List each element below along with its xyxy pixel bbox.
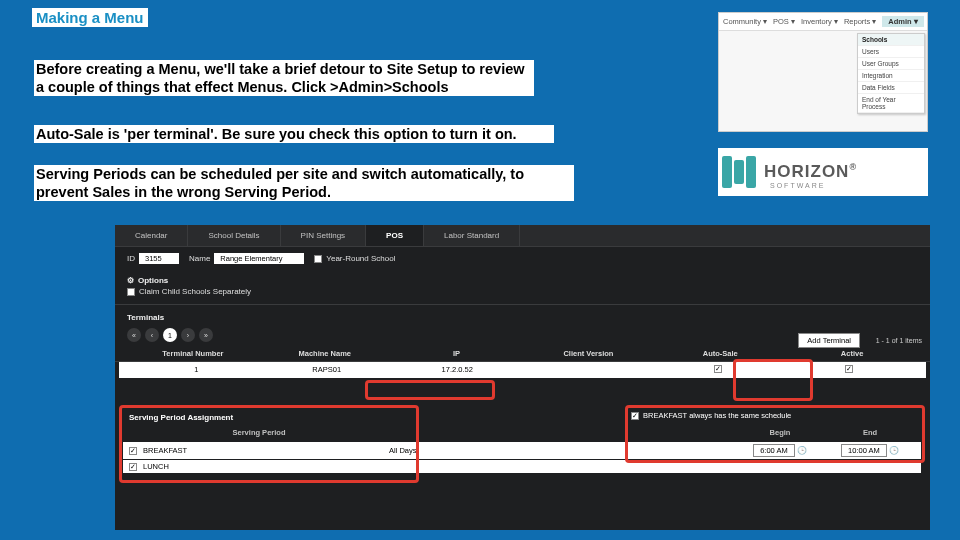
claim-child-checkbox[interactable] bbox=[127, 288, 135, 296]
tab-school-details[interactable]: School Details bbox=[188, 225, 280, 246]
nav-admin[interactable]: Admin ▾ bbox=[882, 16, 923, 27]
dropdown-data-fields[interactable]: Data Fields bbox=[858, 82, 924, 94]
th-active: Active bbox=[786, 349, 918, 358]
paragraph-2: Auto-Sale is 'per terminal'. Be sure you… bbox=[34, 125, 554, 143]
nav-reports[interactable]: Reports ▾ bbox=[844, 17, 876, 26]
logo-mark-icon bbox=[722, 156, 756, 188]
dropdown-eoy[interactable]: End of Year Process bbox=[858, 94, 924, 113]
claim-child-label: Claim Child Schools Separately bbox=[139, 287, 251, 296]
th-terminal-number: Terminal Number bbox=[127, 349, 259, 358]
logo-brand: HORIZON® bbox=[764, 162, 857, 182]
pager-last[interactable]: » bbox=[199, 328, 213, 342]
paragraph-1: Before creating a Menu, we'll take a bri… bbox=[34, 60, 534, 96]
top-nav-bar: Community ▾ POS ▾ Inventory ▾ Reports ▾ … bbox=[719, 13, 927, 31]
tab-pos[interactable]: POS bbox=[366, 225, 424, 246]
year-round-label: Year-Round School bbox=[326, 254, 395, 263]
tab-calendar[interactable]: Calendar bbox=[115, 225, 188, 246]
school-id-row: ID 3155 Name Range Elementary Year-Round… bbox=[115, 247, 930, 270]
auto-sale-checkbox[interactable] bbox=[714, 365, 722, 373]
th-ip: IP bbox=[391, 349, 523, 358]
name-value[interactable]: Range Elementary bbox=[214, 253, 304, 264]
slide-title: Making a Menu bbox=[32, 8, 148, 27]
id-label: ID bbox=[127, 254, 135, 263]
pager-first[interactable]: « bbox=[127, 328, 141, 342]
pager-page-1[interactable]: 1 bbox=[163, 328, 177, 342]
terminal-items-count: 1 - 1 of 1 items bbox=[876, 337, 922, 344]
th-auto-sale: Auto-Sale bbox=[654, 349, 786, 358]
nav-community[interactable]: Community ▾ bbox=[723, 17, 767, 26]
tab-pin-settings[interactable]: PIN Settings bbox=[281, 225, 366, 246]
highlight-machine-name bbox=[365, 380, 495, 400]
gear-icon: ⚙ bbox=[127, 276, 134, 285]
name-label: Name bbox=[189, 254, 210, 263]
panel-tabs: Calendar School Details PIN Settings POS… bbox=[115, 225, 930, 247]
highlight-schedule-times bbox=[625, 405, 925, 463]
highlight-serving-period bbox=[119, 405, 419, 483]
dropdown-user-groups[interactable]: User Groups bbox=[858, 58, 924, 70]
dropdown-integration[interactable]: Integration bbox=[858, 70, 924, 82]
nav-pos[interactable]: POS ▾ bbox=[773, 17, 795, 26]
td-machine-name: RAPS01 bbox=[262, 365, 393, 375]
id-value[interactable]: 3155 bbox=[139, 253, 179, 264]
pager-prev[interactable]: ‹ bbox=[145, 328, 159, 342]
nav-inventory[interactable]: Inventory ▾ bbox=[801, 17, 838, 26]
dropdown-schools[interactable]: Schools bbox=[858, 34, 924, 46]
site-setup-panel: Calendar School Details PIN Settings POS… bbox=[115, 225, 930, 530]
admin-dropdown: Schools Users User Groups Integration Da… bbox=[857, 33, 925, 114]
options-section-label: ⚙Options bbox=[115, 270, 930, 287]
dropdown-users[interactable]: Users bbox=[858, 46, 924, 58]
pager-next[interactable]: › bbox=[181, 328, 195, 342]
admin-menu-screenshot: Community ▾ POS ▾ Inventory ▾ Reports ▾ … bbox=[718, 12, 928, 132]
td-ip: 17.2.0.52 bbox=[392, 365, 523, 375]
th-client-version: Client Version bbox=[522, 349, 654, 358]
terminals-section-label: Terminals bbox=[115, 307, 930, 324]
td-client-version bbox=[523, 365, 654, 375]
td-terminal-number: 1 bbox=[131, 365, 262, 375]
highlight-auto-sale bbox=[733, 359, 813, 401]
year-round-checkbox[interactable] bbox=[314, 255, 322, 263]
horizon-logo: HORIZON® SOFTWARE bbox=[718, 148, 928, 196]
tab-labor-standard[interactable]: Labor Standard bbox=[424, 225, 520, 246]
paragraph-3: Serving Periods can be scheduled per sit… bbox=[34, 165, 574, 201]
logo-subtitle: SOFTWARE bbox=[770, 182, 825, 189]
th-machine-name: Machine Name bbox=[259, 349, 391, 358]
active-checkbox[interactable] bbox=[845, 365, 853, 373]
add-terminal-button[interactable]: Add Terminal bbox=[798, 333, 860, 348]
